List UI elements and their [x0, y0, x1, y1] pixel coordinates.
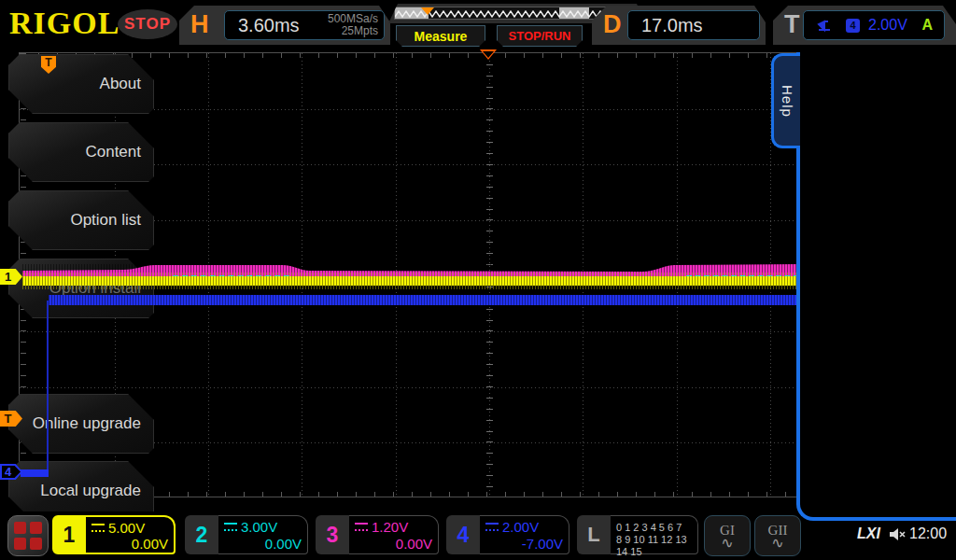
rigol-logo: RIGOL — [9, 6, 120, 41]
timebase-value: 3.60ms — [238, 15, 300, 36]
channel-1-number: 1 — [52, 515, 86, 554]
channel-2-box[interactable]: 2 3.00V 0.00V — [185, 515, 308, 554]
dc-coupling-icon — [224, 523, 237, 531]
trigger-level-value: 2.00V — [868, 17, 907, 34]
speaker-muted-icon[interactable] — [888, 526, 907, 542]
menu-item-online-upgrade[interactable]: Online upgrade — [8, 394, 154, 454]
channel-4-scale: 2.00V — [502, 519, 539, 535]
channel-3-box[interactable]: 3 1.20V 0.00V — [316, 515, 439, 554]
help-menu-tab[interactable]: Help — [771, 53, 800, 148]
dc-coupling-icon — [91, 524, 105, 532]
channel-2-offset: 0.00V — [224, 536, 302, 552]
memory-depth: 25Mpts — [342, 24, 378, 37]
trigger-group[interactable]: T 4 2.00V A — [773, 6, 956, 45]
help-menu-panel — [796, 52, 956, 521]
logic-channels-row1: 0 1 2 3 4 5 6 7 — [616, 522, 694, 534]
channel-1-scale: 5.00V — [108, 520, 145, 536]
ch4-waveform-edge — [47, 301, 49, 471]
generator-2-button[interactable]: GII ∿ — [754, 515, 801, 556]
edge-trigger-icon — [816, 18, 833, 33]
trigger-label: T — [784, 10, 800, 39]
horizontal-group[interactable]: H 3.60ms 500MSa/s 25Mpts — [179, 6, 390, 45]
oscilloscope-screen: RIGOL STOP H 3.60ms 500MSa/s 25Mpts — [0, 0, 956, 560]
acquisition-info: 500MSa/s 25Mpts — [328, 13, 378, 37]
ch4-waveform — [49, 295, 799, 305]
horizontal-label: H — [190, 10, 209, 39]
measure-button[interactable]: Measure — [396, 25, 485, 47]
ch1-waveform — [22, 276, 799, 286]
channel-1-box[interactable]: 1 5.00V 0.00V — [52, 515, 176, 554]
channel-3-number: 3 — [316, 515, 349, 554]
channel-1-offset: 0.00V — [91, 536, 168, 552]
system-time: 12:00 — [909, 525, 947, 542]
timebase-box[interactable]: 3.60ms 500MSa/s 25Mpts — [224, 10, 385, 40]
channel-3-scale: 1.20V — [372, 519, 408, 535]
main-menu-button[interactable] — [7, 515, 49, 556]
dc-coupling-icon — [355, 523, 368, 531]
channel-4-box[interactable]: 4 2.00V -7.00V — [446, 515, 569, 554]
delay-box[interactable]: 17.0ms — [627, 10, 760, 40]
trigger-source-badge: 4 — [846, 19, 860, 33]
channel-4-offset: -7.00V — [485, 536, 563, 552]
delay-label: D — [603, 10, 622, 39]
channel-2-number: 2 — [185, 515, 218, 554]
dc-coupling-icon — [485, 523, 499, 531]
logic-channels-row2: 8 9 10 11 12 13 14 15 — [616, 534, 694, 558]
sine-icon: ∿ — [721, 538, 733, 549]
menu-item-option-list[interactable]: Option list — [8, 190, 154, 250]
sample-rate: 500MSa/s — [328, 12, 378, 25]
stop-run-button[interactable]: STOP/RUN — [497, 25, 583, 47]
top-status-bar: RIGOL STOP H 3.60ms 500MSa/s 25Mpts — [0, 0, 956, 52]
menu-item-content[interactable]: Content — [8, 122, 154, 182]
ch4-waveform-low-segment — [21, 469, 49, 477]
channel-2-scale: 3.00V — [241, 519, 277, 535]
lxi-logo: LXI — [857, 525, 880, 542]
menu-item-about[interactable]: About — [8, 54, 154, 114]
scope-display: 1 T 4 T Help About Content Option list O… — [0, 52, 956, 511]
trigger-status: A — [921, 17, 933, 34]
delay-group[interactable]: D 17.0ms — [592, 6, 766, 45]
logic-label: L — [577, 515, 611, 554]
trigger-box[interactable]: 4 2.00V A — [803, 10, 945, 40]
sine-icon: ∿ — [771, 538, 783, 549]
channel-3-offset: 0.00V — [355, 536, 432, 552]
logic-analyzer-box[interactable]: L 0 1 2 3 4 5 6 7 8 9 10 11 12 13 14 15 — [577, 515, 698, 554]
run-state-badge: STOP — [118, 9, 177, 39]
generator-1-button[interactable]: GI ∿ — [704, 515, 751, 556]
delay-value: 17.0ms — [641, 15, 703, 36]
channel-4-number: 4 — [446, 515, 480, 554]
